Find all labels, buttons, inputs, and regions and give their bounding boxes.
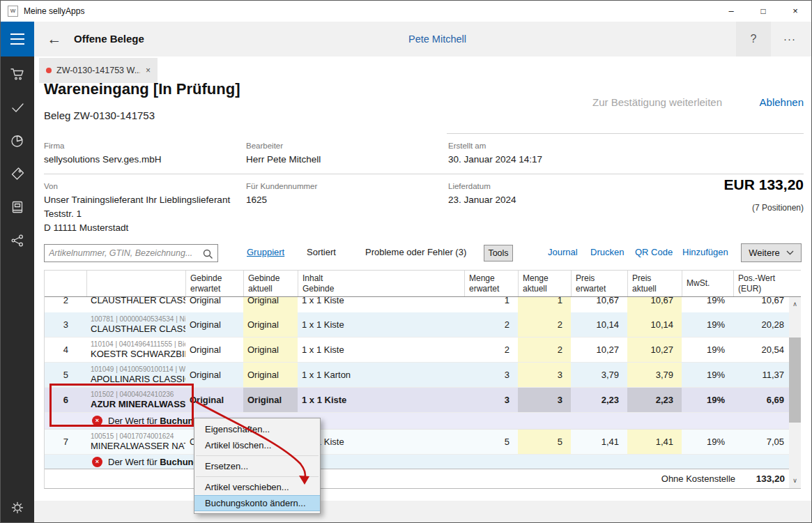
col-header-inhalt-gebinde[interactable]: InhaltGebinde	[298, 271, 464, 296]
content-area: ZW-0130-141753 W... × Wareneingang [In P…	[34, 56, 812, 523]
menge-aktuell-cell: 1	[518, 297, 571, 312]
menu-item-artikel-loeschen[interactable]: Artikel löschen...	[194, 437, 320, 453]
gruppiert-filter[interactable]: Gruppiert	[247, 247, 284, 257]
firma-value: sellysolutions Serv.ges.mbH	[44, 153, 162, 167]
gebinde-erwartet-cell: Original	[185, 297, 243, 312]
weitere-dropdown-button[interactable]: Weitere	[741, 243, 802, 262]
col-header-preis-aktuell[interactable]: Preisaktuell	[627, 271, 682, 296]
von-line2: Teststr. 1	[44, 207, 82, 221]
document-title: Wareneingang [In Prüfung]	[44, 80, 240, 98]
reject-button[interactable]: Ablehnen	[760, 96, 804, 108]
col-header-preis-erwartet[interactable]: Preiserwartet	[571, 271, 627, 296]
pos-wert-cell: 11,37	[733, 363, 790, 387]
col-header-gebinde-erwartet[interactable]: Gebindeerwartet	[185, 271, 243, 296]
total-amount: EUR 133,20	[724, 176, 804, 193]
sortiert-filter[interactable]: Sortiert	[307, 247, 336, 257]
col-header-menge-erwartet[interactable]: Mengeerwartet	[464, 271, 518, 296]
minimize-button[interactable]: –	[715, 1, 747, 22]
col-header-menge-aktuell[interactable]: Mengeaktuell	[518, 271, 571, 296]
share-network-icon[interactable]	[10, 233, 25, 248]
forward-for-approval-button[interactable]: Zur Bestätigung weiterleiten	[592, 96, 722, 108]
tools-button[interactable]: Tools	[484, 245, 513, 262]
user-name-link[interactable]: Pete Mitchell	[408, 33, 466, 45]
help-button[interactable]: ?	[736, 22, 771, 56]
menge-erwartet-cell: 2	[464, 312, 518, 337]
search-input[interactable]	[49, 245, 201, 261]
erstellt-am-label: Erstellt am	[448, 142, 486, 150]
menu-item-artikel-verschieben[interactable]: Artikel verschieben...	[194, 479, 320, 495]
col-header-mwst[interactable]: MwSt.	[682, 271, 733, 296]
hamburger-menu-button[interactable]	[1, 22, 34, 56]
pos-wert-cell: 7,05	[733, 430, 790, 454]
preis-erwartet-cell: 10,14	[571, 312, 627, 337]
firma-label: Firma	[44, 142, 64, 150]
pos-wert-cell: 10,67	[733, 297, 790, 312]
von-line3: D 11111 Musterstadt	[44, 221, 128, 235]
journal-link[interactable]: Journal	[548, 247, 578, 257]
menge-aktuell-cell: 2	[518, 338, 571, 362]
article-cell: 110104 | 04014964111555 | Bier...KOESTR …	[86, 338, 185, 362]
inhalt-cell: 1 x 1 Kiste	[298, 338, 464, 362]
back-arrow-icon: ←	[47, 31, 62, 47]
table-row[interactable]: 4 110104 | 04014964111555 | Bier...KOEST…	[45, 338, 801, 363]
document-subtitle: Beleg ZW-0130-141753	[44, 109, 155, 121]
preis-erwartet-cell: 3,79	[571, 363, 627, 387]
col-header-gebinde-aktuell[interactable]: Gebindeaktuell	[243, 271, 298, 296]
probleme-filter[interactable]: Probleme oder Fehler (3)	[365, 247, 466, 257]
pie-chart-icon[interactable]	[10, 133, 25, 149]
tab-close-icon[interactable]: ×	[146, 66, 151, 75]
close-button[interactable]: ×	[779, 1, 811, 22]
error-icon: ×	[92, 457, 102, 467]
divider	[44, 174, 804, 174]
document-tab[interactable]: ZW-0130-141753 W... ×	[39, 58, 158, 83]
search-icon	[202, 248, 213, 259]
preis-aktuell-cell: 10,14	[627, 312, 682, 337]
row-number: 2	[45, 297, 86, 312]
menu-item-ersetzen[interactable]: Ersetzen...	[194, 458, 320, 474]
bearbeiter-label: Bearbeiter	[246, 142, 283, 150]
preis-erwartet-cell: 2,23	[571, 388, 627, 412]
gebinde-erwartet-cell: Original	[185, 312, 243, 337]
inhalt-cell: 1 x 1 Kiste	[298, 312, 464, 337]
scrollbar-thumb[interactable]	[789, 338, 801, 423]
table-row[interactable]: 7 100515 | 04017074001624MINERALWASSER N…	[45, 430, 801, 455]
table-row[interactable]: 2 CLAUSTHALER CLASS 4X... Original Origi…	[45, 297, 801, 312]
scroll-up-arrow-icon[interactable]: ∧	[789, 298, 801, 310]
back-button[interactable]: ←	[44, 29, 65, 49]
table-row[interactable]: 3 100781 | 00000040534534 | Nich...CLAUS…	[45, 312, 801, 338]
kostenstelle-label: Ohne Kostenstelle	[661, 473, 735, 484]
settings-gear-icon[interactable]	[10, 500, 25, 515]
maximize-button[interactable]: □	[747, 1, 779, 22]
mwst-cell: 19%	[682, 338, 733, 362]
gebinde-aktuell-cell: Original	[243, 388, 298, 412]
qr-code-link[interactable]: QR Code	[635, 247, 673, 257]
book-icon[interactable]	[10, 199, 25, 215]
hinzufuegen-link[interactable]: Hinzufügen	[682, 247, 728, 257]
vertical-scrollbar[interactable]: ∧ ∨	[789, 297, 801, 488]
drucken-link[interactable]: Drucken	[590, 247, 624, 257]
checkmark-icon[interactable]	[10, 100, 25, 115]
mwst-cell: 19%	[682, 430, 733, 454]
search-box	[44, 244, 218, 262]
positions-table: Gebindeerwartet Gebindeaktuell InhaltGeb…	[44, 270, 801, 489]
article-cell: 100781 | 00000040534534 | Nich...CLAUSTH…	[86, 312, 185, 337]
titlebar: W Meine sellyApps – □ ×	[1, 1, 811, 22]
more-options-button[interactable]: ···	[774, 22, 806, 56]
cart-icon[interactable]	[10, 66, 25, 82]
clipped-row-container: 2 CLAUSTHALER CLASS 4X... Original Origi…	[45, 297, 801, 312]
col-header-pos-wert[interactable]: Pos.-Wert(EUR)	[733, 271, 790, 296]
inhalt-cell: 1 x 1 Kiste	[298, 430, 464, 454]
menu-item-eigenschaften[interactable]: Eigenschaften...	[194, 421, 320, 437]
kostenstelle-total: 133,20	[735, 473, 789, 484]
weitere-label: Weitere	[749, 248, 780, 258]
app-header: ← Offene Belege Pete Mitchell ? ···	[1, 22, 811, 56]
scroll-down-arrow-icon[interactable]: ∨	[789, 475, 801, 487]
price-tag-icon[interactable]	[10, 166, 25, 181]
pos-wert-cell: 20,28	[733, 312, 790, 337]
preis-aktuell-cell: 10,67	[627, 297, 682, 312]
preis-aktuell-cell: 3,79	[627, 363, 682, 387]
menu-item-buchungskonto-aendern[interactable]: Buchungskonto ändern...	[194, 495, 320, 511]
preis-erwartet-cell: 10,27	[571, 338, 627, 362]
ellipsis-icon: ···	[783, 33, 796, 45]
app-window: W Meine sellyApps – □ × ← Offene Belege …	[0, 0, 812, 523]
